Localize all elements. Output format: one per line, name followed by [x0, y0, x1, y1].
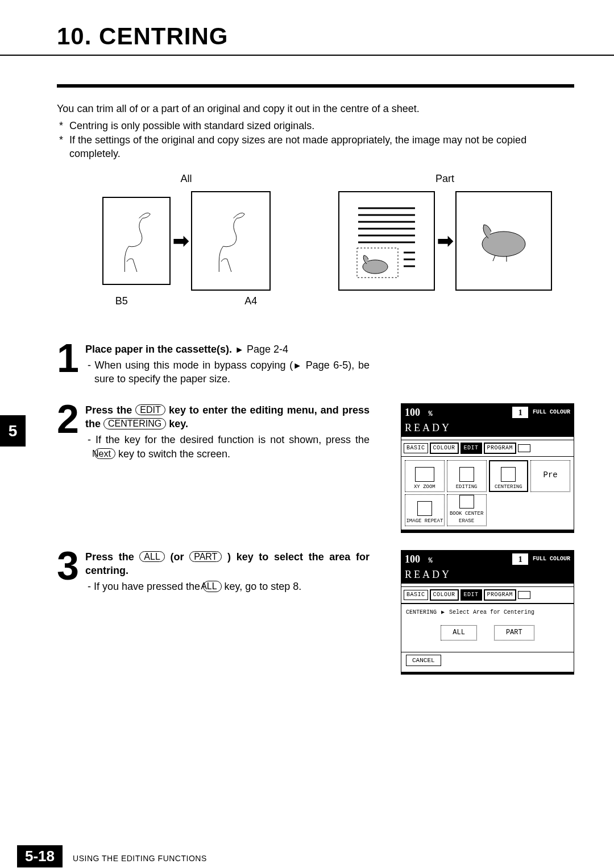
percent-label: % — [428, 410, 432, 418]
part-source-icon — [347, 201, 426, 281]
centering-mode-label: CENTERING — [406, 609, 437, 617]
pointer-icon: ► — [235, 345, 244, 354]
step3-sub: - If you have pressed the ALL key, go to… — [85, 580, 370, 593]
tab-basic[interactable]: BASIC — [404, 590, 428, 600]
step3-text: Press the — [85, 551, 139, 563]
note-item: If the settings of the original and copy… — [57, 133, 574, 161]
pointer-icon: ► — [293, 361, 302, 370]
full-colour-label: FULL COLOUR — [533, 555, 570, 563]
caption-a4: A4 — [244, 294, 257, 308]
fn-image-repeat[interactable]: IMAGE REPEAT — [405, 494, 445, 526]
fn-pre[interactable]: Pre — [530, 460, 570, 492]
fn-book-center-erase[interactable]: BOOK CENTER ERASE — [447, 494, 487, 526]
step-1: 1 Place paper in the cassette(s). ► Page… — [57, 342, 574, 386]
tab-program[interactable]: PROGRAM — [484, 443, 517, 454]
flamingo-icon — [111, 207, 162, 275]
key-edit: EDIT — [135, 404, 165, 416]
step-3: 3 Press the ALL (or PART ) key to select… — [57, 550, 389, 594]
note-item: Centring is only possible with standard … — [57, 119, 574, 133]
console-centering-screen: 100 % 1 FULL COLOUR READY BASIC COLOUR E… — [401, 550, 574, 675]
step2-sub: - If the key for the desired function is… — [85, 433, 370, 461]
percent-label: % — [428, 557, 432, 565]
fn-centering[interactable]: CENTERING — [489, 460, 529, 492]
illustration-a4 — [191, 191, 271, 291]
diagram-part-label: Part — [316, 172, 574, 185]
tab-edit[interactable]: EDIT — [460, 443, 482, 454]
option-part[interactable]: PART — [494, 625, 534, 640]
tab-program[interactable]: PROGRAM — [484, 589, 517, 601]
page-footer: 5-18 USING THE EDITING FUNCTIONS — [0, 845, 614, 867]
step2-text: key. — [166, 418, 188, 429]
svg-line-12 — [493, 255, 495, 261]
fn-xy-zoom[interactable]: XY ZOOM — [405, 460, 445, 492]
console-tabs: BASIC COLOUR EDIT PROGRAM — [401, 440, 574, 457]
flamingo-icon — [205, 207, 256, 275]
key-next: Next — [94, 448, 115, 460]
step-number: 2 — [57, 403, 84, 435]
tab-edit[interactable]: EDIT — [460, 589, 482, 601]
notes-list: Centring is only possible with standard … — [57, 119, 574, 160]
step-number: 3 — [57, 550, 84, 582]
copy-count: 1 — [512, 407, 528, 418]
xyzoom-icon — [415, 467, 434, 482]
zoom-value: 100 — [405, 553, 420, 565]
diagram-row: All ➡ B5 A4 Part — [57, 172, 574, 308]
step1-lead: Place paper in the cassette(s). — [85, 344, 232, 355]
intro-text: You can trim all of or a part of an orig… — [57, 102, 574, 115]
ready-label: READY — [401, 568, 574, 584]
illustration-part-result — [455, 191, 552, 291]
console-edit-screen: 100 % 1 FULL COLOUR READY BASIC COLOUR E… — [401, 403, 574, 533]
option-all[interactable]: ALL — [441, 625, 477, 640]
tab-basic[interactable]: BASIC — [404, 443, 428, 453]
section-label: USING THE EDITING FUNCTIONS — [73, 854, 207, 863]
key-centering: CENTERING — [103, 418, 166, 429]
step2-text: Press the — [85, 404, 135, 416]
caption-b5: B5 — [115, 294, 128, 308]
editing-icon — [459, 467, 474, 482]
full-colour-label: FULL COLOUR — [533, 408, 570, 416]
centering-icon — [501, 467, 516, 482]
arrow-right-icon: ➡ — [437, 228, 453, 254]
select-prompt: Select Area for Centering — [449, 609, 534, 617]
pointer-icon: ▶ — [441, 609, 445, 617]
book-erase-icon — [459, 495, 474, 509]
step3-text: (or — [165, 551, 189, 563]
fn-editing[interactable]: EDITING — [447, 460, 487, 492]
tab-colour[interactable]: COLOUR — [430, 589, 459, 601]
image-repeat-icon — [417, 501, 432, 516]
key-all: ALL — [139, 551, 164, 563]
page-number: 5-18 — [17, 845, 63, 867]
settings-icon[interactable] — [518, 591, 530, 599]
step-2: 2 Press the EDIT key to enter the editin… — [57, 403, 389, 461]
step1-pageref: Page 2-4 — [247, 344, 288, 355]
illustration-part-source — [338, 191, 435, 291]
copy-count: 1 — [512, 553, 528, 565]
tab-colour[interactable]: COLOUR — [430, 443, 459, 454]
ready-label: READY — [401, 421, 574, 437]
part-result-icon — [467, 213, 541, 270]
step-number: 1 — [57, 342, 84, 374]
zoom-value: 100 — [405, 407, 420, 418]
arrow-right-icon: ➡ — [173, 228, 189, 254]
console-tabs: BASIC COLOUR EDIT PROGRAM — [401, 587, 574, 604]
step1-sub: - When using this mode in bypass copying… — [85, 358, 370, 386]
key-part: PART — [189, 551, 222, 563]
illustration-b5 — [102, 197, 171, 285]
page-title: 10. CENTRING — [0, 0, 614, 56]
chapter-tab: 5 — [0, 415, 26, 447]
key-all-inline: ALL — [203, 581, 221, 592]
cancel-button[interactable]: CANCEL — [406, 655, 441, 667]
divider — [57, 84, 574, 88]
settings-icon[interactable] — [518, 444, 530, 452]
diagram-all-label: All — [57, 172, 316, 185]
